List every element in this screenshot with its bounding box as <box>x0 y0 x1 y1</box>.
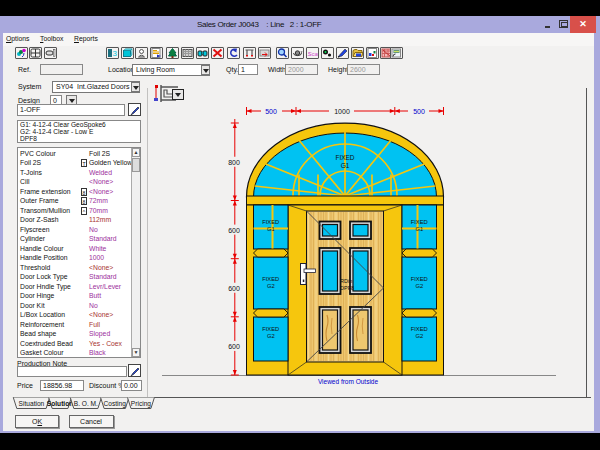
svg-text:G1: G1 <box>267 226 275 232</box>
svg-text:G2: G2 <box>415 283 423 289</box>
svg-text:3: 3 <box>113 49 118 58</box>
svg-text:600: 600 <box>228 285 240 292</box>
svg-text:FIXED: FIXED <box>411 326 428 332</box>
svg-text:G2: G2 <box>267 333 275 339</box>
svg-text:FIXED: FIXED <box>262 326 279 332</box>
svg-text:Solution: Solution <box>47 400 73 407</box>
svg-text:Costing: Costing <box>104 400 127 408</box>
svg-text:G1: G1 <box>341 162 350 169</box>
svg-text:B. O. M.: B. O. M. <box>74 400 98 407</box>
svg-text:Viewed from Outside: Viewed from Outside <box>318 378 379 385</box>
svg-text:G1: G1 <box>415 226 423 232</box>
svg-text:600: 600 <box>228 343 240 350</box>
svg-text:Situation: Situation <box>19 400 45 407</box>
svg-text:800: 800 <box>228 159 240 166</box>
svg-text:FIXED: FIXED <box>335 154 354 161</box>
svg-text:G2: G2 <box>267 283 275 289</box>
svg-text:FIXED: FIXED <box>262 276 279 282</box>
svg-text:FIXED: FIXED <box>411 276 428 282</box>
svg-text:Pricing: Pricing <box>131 400 151 408</box>
svg-text:600: 600 <box>228 227 240 234</box>
svg-text:G2: G2 <box>415 333 423 339</box>
svg-text:RDin: RDin <box>340 278 352 284</box>
svg-text:Scale: Scale <box>307 51 318 57</box>
svg-text:FIXED: FIXED <box>262 219 279 225</box>
svg-text:500: 500 <box>413 108 425 115</box>
svg-text:1000: 1000 <box>334 108 350 115</box>
svg-text:FIXED: FIXED <box>411 219 428 225</box>
svg-text:DPF8: DPF8 <box>340 285 354 291</box>
svg-text:500: 500 <box>265 108 277 115</box>
